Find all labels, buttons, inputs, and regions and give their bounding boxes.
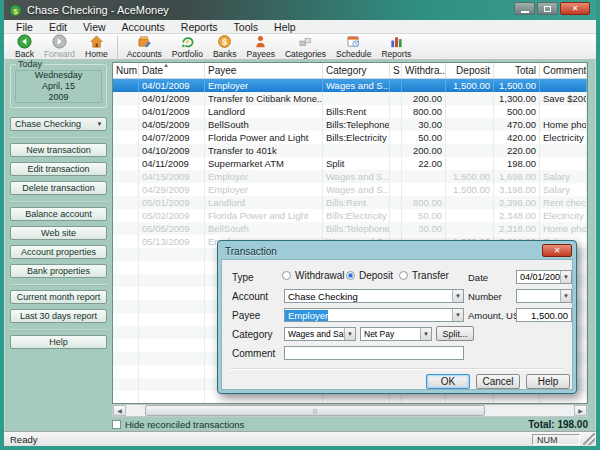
toolbar-button-payees[interactable]: Payees	[242, 34, 280, 60]
cell-comment	[540, 79, 587, 92]
toolbar-button-portfolio[interactable]: Portfolio	[167, 34, 208, 60]
table-row[interactable]: 04/01/2009EmployerWages and S...1,500.00…	[113, 79, 587, 92]
register-footer: Hide reconciled transactions Total: 198.…	[112, 418, 588, 431]
payee-combobox[interactable]: Employer ▼	[284, 308, 464, 322]
column-header-date[interactable]: Date▲	[139, 63, 205, 78]
number-combobox[interactable]: ▼	[516, 289, 572, 303]
toolbar-button-categories[interactable]: Categories	[280, 34, 331, 60]
cell-deposit	[446, 118, 494, 131]
account-combobox[interactable]: Chase Checking ▼	[284, 289, 464, 303]
toolbar-button-forward[interactable]: Forward	[39, 34, 80, 60]
back-icon	[17, 34, 32, 49]
menu-item-reports[interactable]: Reports	[173, 20, 226, 34]
column-header-deposit[interactable]: Deposit	[446, 63, 494, 78]
close-button[interactable]: ✕	[560, 2, 590, 15]
cell-deposit: 1,500.00	[446, 183, 494, 196]
sidebar-button-delete-transaction[interactable]: Delete transaction	[10, 181, 107, 195]
sidebar-button-edit-transaction[interactable]: Edit transaction	[10, 162, 107, 176]
toolbar-button-banks[interactable]: $Banks	[208, 34, 242, 60]
type-radio-withdrawal[interactable]: Withdrawal	[282, 270, 344, 281]
help-button[interactable]: Help	[526, 374, 570, 389]
date-combobox[interactable]: 04/01/2009 ▼	[516, 270, 572, 284]
column-header-comment[interactable]: Comment	[540, 63, 587, 78]
resize-grip[interactable]	[583, 433, 595, 445]
comment-field[interactable]	[284, 346, 464, 360]
table-row[interactable]: 04/11/2009Supermarket ATMSplit22.00198.0…	[113, 157, 587, 170]
cell-comment: Electricity Bil	[540, 131, 587, 144]
cell-s	[390, 170, 402, 183]
table-row[interactable]: 04/29/2009EmployerWages and S...1,500.00…	[113, 183, 587, 196]
cell-num	[113, 378, 139, 391]
hide-reconciled-checkbox[interactable]	[112, 420, 121, 429]
table-row[interactable]: 05/01/2009LandlordBills:Rent800.002,398.…	[113, 196, 587, 209]
column-header-s[interactable]: S	[390, 63, 402, 78]
subcategory-combobox[interactable]: Net Pay ▼	[360, 327, 432, 341]
menu-item-view[interactable]: View	[75, 20, 114, 34]
sidebar-button-web-site[interactable]: Web site	[10, 226, 107, 240]
cell-deposit: 1,500.00	[446, 170, 494, 183]
account-selector[interactable]: Chase Checking ▼	[10, 117, 107, 131]
menu-item-tools[interactable]: Tools	[226, 20, 267, 34]
toolbar-button-reports[interactable]: Reports	[376, 34, 416, 60]
cell-withdrawal: 30.00	[402, 222, 446, 235]
sidebar-button-help[interactable]: Help	[10, 335, 107, 349]
status-text: Ready	[4, 434, 37, 445]
menu-item-help[interactable]: Help	[266, 20, 304, 34]
sidebar-button-new-transaction[interactable]: New transaction	[10, 143, 107, 157]
cell-num	[113, 183, 139, 196]
cell-num	[113, 170, 139, 183]
scroll-right-icon[interactable]: ▶	[574, 405, 587, 416]
sidebar-button-last-30-days-report[interactable]: Last 30 days report	[10, 309, 107, 323]
menu-item-edit[interactable]: Edit	[41, 20, 75, 34]
toolbar-button-accounts[interactable]: Accounts	[122, 34, 167, 60]
column-header-category[interactable]: Category	[323, 63, 390, 78]
column-header-total[interactable]: Total	[494, 63, 540, 78]
cancel-button[interactable]: Cancel	[476, 374, 520, 389]
table-row[interactable]: 04/05/2009BellSouthBills:Telephone30.004…	[113, 118, 587, 131]
table-row[interactable]: 04/07/2009Florida Power and LightBills:E…	[113, 131, 587, 144]
column-header-withdrawal[interactable]: Withdra...	[402, 63, 446, 78]
toolbar-button-label: Schedule	[336, 49, 371, 59]
table-row[interactable]: 04/01/2009Transfer to Citibank Mone...20…	[113, 92, 587, 105]
horizontal-scrollbar[interactable]: ◀ ▶	[112, 404, 588, 417]
sidebar-button-current-month-report[interactable]: Current month report	[10, 290, 107, 304]
category-combobox[interactable]: Wages and Salary ▼	[284, 327, 356, 341]
toolbar-button-schedule[interactable]: Schedule	[331, 34, 376, 60]
payee-label: Payee	[232, 310, 260, 321]
cell-withdrawal: 800.00	[402, 196, 446, 209]
sidebar-button-bank-properties[interactable]: Bank properties	[10, 264, 107, 278]
maximize-icon	[544, 6, 551, 12]
maximize-button[interactable]	[537, 2, 558, 15]
cell-deposit: 1,500.00	[446, 79, 494, 92]
column-header-payee[interactable]: Payee	[205, 63, 323, 78]
table-row[interactable]: 04/15/2009EmployerWages and S...1,500.00…	[113, 170, 587, 183]
payee-value: Employer	[285, 310, 328, 321]
radio-icon	[346, 271, 355, 280]
menu-item-file[interactable]: File	[8, 20, 41, 34]
payees-icon	[253, 34, 268, 49]
minimize-button[interactable]	[514, 2, 535, 15]
cell-num	[113, 144, 139, 157]
dialog-close-button[interactable]: ✕	[542, 244, 572, 257]
chevron-down-icon: ▼	[560, 290, 571, 302]
table-row[interactable]: 04/10/2009Transfer to 401k200.00220.00	[113, 144, 587, 157]
cell-withdrawal: 50.00	[402, 209, 446, 222]
toolbar-button-home[interactable]: Home	[80, 34, 113, 60]
amount-field[interactable]: 1,500.00	[516, 308, 572, 322]
type-radio-transfer[interactable]: Transfer	[399, 270, 449, 281]
table-row[interactable]: 05/05/2009BellSouthBills:Telephone30.002…	[113, 222, 587, 235]
cell-withdrawal	[402, 79, 446, 92]
split-button[interactable]: Split...	[436, 326, 474, 341]
scrollbar-thumb[interactable]	[145, 405, 485, 416]
toolbar-button-back[interactable]: Back	[10, 34, 39, 60]
table-row[interactable]: 05/02/2009Florida Power and LightBills:E…	[113, 209, 587, 222]
menu-item-accounts[interactable]: Accounts	[114, 20, 173, 34]
type-radio-deposit[interactable]: Deposit	[346, 270, 393, 281]
column-header-num[interactable]: Num	[113, 63, 139, 78]
ok-button[interactable]: OK	[426, 374, 470, 389]
split-button-label: Split...	[442, 329, 467, 339]
table-row[interactable]: 04/01/2009LandlordBills:Rent800.00500.00	[113, 105, 587, 118]
scroll-left-icon[interactable]: ◀	[113, 405, 126, 416]
sidebar-button-balance-account[interactable]: Balance account	[10, 207, 107, 221]
sidebar-button-account-properties[interactable]: Account properties	[10, 245, 107, 259]
